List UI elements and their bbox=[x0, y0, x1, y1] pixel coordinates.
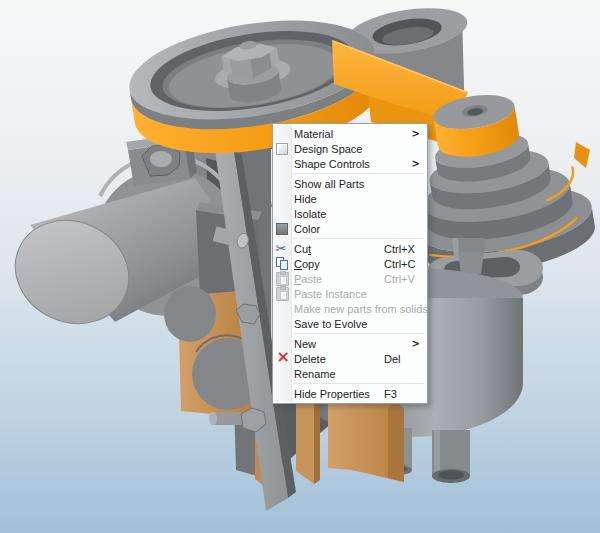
menu-item-hide[interactable]: Hide bbox=[273, 191, 427, 206]
no-icon bbox=[276, 387, 289, 400]
paste-icon bbox=[276, 287, 289, 301]
menu-item-gutter bbox=[273, 302, 291, 315]
menu-item-label: Color bbox=[294, 223, 320, 235]
menu-item-label: Paste Instance bbox=[294, 288, 367, 300]
menu-item-gutter bbox=[273, 257, 291, 270]
no-icon bbox=[276, 302, 289, 315]
menu-item-label: Design Space bbox=[294, 143, 363, 155]
context-menu: Material > Design Space Shape Controls >… bbox=[272, 123, 428, 404]
menu-item-shape-controls[interactable]: Shape Controls > bbox=[273, 156, 427, 171]
submenu-arrow-icon: > bbox=[412, 159, 420, 169]
no-icon bbox=[276, 177, 289, 190]
menu-item-gutter bbox=[273, 127, 291, 140]
menu-item-label: Isolate bbox=[294, 208, 326, 220]
menu-item-gutter bbox=[273, 367, 291, 380]
menu-item-shortcut: Ctrl+X bbox=[384, 243, 415, 255]
menu-item-gutter bbox=[273, 352, 291, 365]
menu-item-shortcut: F3 bbox=[384, 388, 397, 400]
design-space-icon bbox=[276, 143, 288, 155]
menu-item-isolate[interactable]: Isolate bbox=[273, 206, 427, 221]
menu-item-label: Material bbox=[294, 128, 333, 140]
no-icon bbox=[276, 367, 289, 380]
menu-item-gutter bbox=[273, 192, 291, 205]
menu-item-save-to-evolve[interactable]: Save to Evolve bbox=[273, 316, 427, 331]
menu-item-rename[interactable]: Rename bbox=[273, 366, 427, 381]
cut-icon bbox=[276, 242, 289, 255]
menu-item-gutter bbox=[273, 387, 291, 400]
menu-item-gutter bbox=[273, 157, 291, 170]
menu-item-gutter bbox=[273, 286, 291, 301]
menu-item-design-space[interactable]: Design Space bbox=[273, 141, 427, 156]
copy-icon bbox=[276, 257, 289, 270]
menu-item-paste-instance[interactable]: Paste Instance bbox=[273, 286, 427, 301]
menu-item-new[interactable]: New > bbox=[273, 336, 427, 351]
menu-item-color[interactable]: Color bbox=[273, 221, 427, 236]
menu-item-gutter bbox=[273, 271, 291, 286]
menu-item-label: Delete bbox=[294, 353, 326, 365]
no-icon bbox=[276, 317, 289, 330]
menu-item-make-new-parts-from-solids[interactable]: Make new parts from solids bbox=[273, 301, 427, 316]
submenu-arrow-icon: > bbox=[412, 129, 420, 139]
menu-item-gutter bbox=[273, 142, 291, 156]
menu-item-gutter bbox=[273, 317, 291, 330]
menu-item-shortcut: Del bbox=[384, 353, 401, 365]
paste-icon bbox=[276, 272, 289, 286]
menu-separator bbox=[293, 383, 424, 384]
no-icon bbox=[276, 207, 289, 220]
menu-item-label: Show all Parts bbox=[294, 178, 364, 190]
color-swatch-icon bbox=[276, 223, 288, 235]
menu-item-label: Hide Properties bbox=[294, 388, 370, 400]
menu-separator bbox=[293, 333, 424, 334]
delete-icon bbox=[276, 352, 289, 365]
menu-item-gutter bbox=[273, 207, 291, 220]
menu-item-copy[interactable]: Copy Ctrl+C bbox=[273, 256, 427, 271]
menu-item-shortcut: Ctrl+V bbox=[384, 273, 415, 285]
menu-item-shortcut: Ctrl+C bbox=[384, 258, 415, 270]
menu-separator bbox=[293, 173, 424, 174]
no-icon bbox=[276, 157, 289, 170]
menu-item-label: Make new parts from solids bbox=[294, 303, 428, 315]
submenu-arrow-icon: > bbox=[412, 339, 420, 349]
menu-separator bbox=[293, 238, 424, 239]
menu-item-gutter bbox=[273, 222, 291, 236]
menu-item-label: Hide bbox=[294, 193, 317, 205]
menu-item-label: Rename bbox=[294, 368, 336, 380]
menu-item-show-all-parts[interactable]: Show all Parts bbox=[273, 176, 427, 191]
menu-item-gutter bbox=[273, 242, 291, 255]
menu-item-label: Save to Evolve bbox=[294, 318, 367, 330]
menu-item-label: New bbox=[294, 338, 316, 350]
menu-item-material[interactable]: Material > bbox=[273, 126, 427, 141]
menu-item-label: Shape Controls bbox=[294, 158, 370, 170]
menu-item-label: Paste bbox=[294, 273, 322, 285]
menu-item-paste[interactable]: Paste Ctrl+V bbox=[273, 271, 427, 286]
menu-item-label: Copy bbox=[294, 258, 320, 270]
no-icon bbox=[276, 192, 289, 205]
menu-item-delete[interactable]: Delete Del bbox=[273, 351, 427, 366]
menu-item-cut[interactable]: Cut Ctrl+X bbox=[273, 241, 427, 256]
menu-item-gutter bbox=[273, 177, 291, 190]
menu-item-hide-properties[interactable]: Hide Properties F3 bbox=[273, 386, 427, 401]
no-icon bbox=[276, 127, 289, 140]
menu-item-label: Cut bbox=[294, 243, 311, 255]
